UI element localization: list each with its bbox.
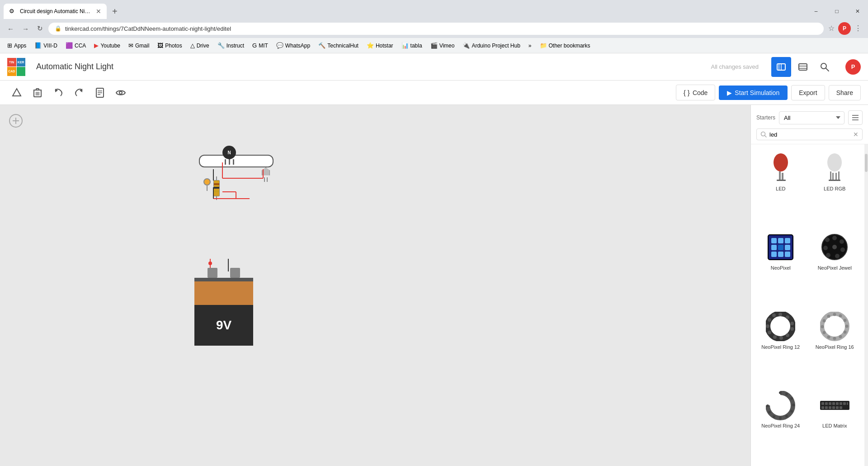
redo-button[interactable] [70, 83, 89, 102]
battery-component[interactable]: 9V [194, 268, 253, 346]
schematic-view-button[interactable] [793, 57, 813, 77]
browser-tab[interactable]: ⚙ Circuit design Automatic Night L ✕ [4, 4, 107, 19]
led-lead-anode [264, 177, 265, 182]
inspector-button[interactable] [815, 57, 835, 77]
transistor-component[interactable]: N [222, 146, 236, 165]
neopixel-ring-16-img [819, 311, 850, 342]
bookmark-hotstar[interactable]: ⭐ Hotstar [363, 41, 397, 50]
lead-2 [229, 159, 230, 165]
led-svg [769, 152, 792, 184]
schematic-view-icon [798, 62, 808, 72]
bookmark-instruct[interactable]: 🔧 Instruct [214, 41, 248, 50]
bookmark-drive[interactable]: △ Drive [187, 41, 213, 50]
simulation-label: Start Simulation [735, 89, 779, 96]
led-in-circuit[interactable] [262, 167, 270, 182]
crosshair-control[interactable] [9, 114, 23, 128]
svg-point-83 [839, 314, 842, 318]
new-tab-button[interactable]: + [108, 6, 121, 17]
url-bar[interactable]: 🔒 tinkercad.com/things/7CatDdNNeem-autom… [48, 23, 824, 35]
component-led[interactable]: LED [755, 148, 807, 225]
eye-icon [116, 89, 126, 96]
export-button[interactable]: Export [791, 85, 825, 100]
component-neopixel-ring-12[interactable]: NeoPixel Ring 12 [755, 306, 807, 384]
resistor-component[interactable] [213, 176, 220, 200]
bookmark-tabla-label: tabla [410, 43, 422, 49]
svg-point-78 [766, 324, 769, 328]
svg-rect-106 [825, 402, 828, 405]
svg-rect-49 [829, 180, 840, 181]
resistor-band-1 [214, 183, 219, 185]
bookmark-mit[interactable]: G MIT [249, 41, 272, 50]
share-button[interactable]: Share [829, 85, 861, 100]
canvas-area[interactable]: 9V N [0, 105, 750, 466]
neopixel-jewel-component-label: NeoPixel Jewel [818, 265, 852, 271]
component-neopixel-jewel[interactable]: NeoPixel Jewel [809, 227, 861, 304]
lead-3 [233, 159, 234, 165]
bookmark-star-icon[interactable]: ☆ [826, 22, 836, 35]
bookmark-cca[interactable]: 🟪 CCA [62, 41, 90, 50]
svg-rect-116 [832, 406, 835, 409]
bookmark-gmail-label: Gmail [135, 43, 149, 49]
bookmark-technicalhut[interactable]: 🔨 TechnicalHut [315, 41, 362, 50]
svg-rect-43 [777, 180, 786, 181]
svg-rect-112 [847, 402, 848, 405]
bookmark-instruct-label: Instruct [226, 43, 244, 49]
led-matrix-svg [820, 399, 849, 412]
components-sidebar: › Starters All [750, 105, 868, 466]
bookmark-tabla[interactable]: 📊 tabla [398, 41, 426, 50]
battery-terminal-pos [230, 268, 240, 278]
bookmark-gmail[interactable]: ✉ Gmail [125, 41, 153, 50]
svg-point-79 [768, 318, 771, 322]
maximize-button[interactable]: □ [826, 4, 847, 19]
circuit-view-button[interactable] [771, 57, 791, 77]
bookmark-apps[interactable]: ⊞ Apps [4, 41, 30, 50]
bookmark-arduino[interactable]: 🔌 Arduino Project Hub [459, 41, 524, 50]
starters-select[interactable]: All [779, 111, 844, 124]
minimize-button[interactable]: – [806, 4, 826, 19]
code-button[interactable]: { } Code [676, 85, 716, 100]
neopixel-svg [766, 233, 795, 262]
back-button[interactable]: ← [5, 23, 17, 34]
start-simulation-button[interactable]: ▶ Start Simulation [719, 86, 788, 100]
svg-point-34 [208, 262, 212, 265]
bookmark-photos[interactable]: 🖼 Photos [154, 41, 185, 50]
bookmark-more[interactable]: » [525, 41, 535, 50]
search-clear-button[interactable]: ✕ [853, 131, 859, 138]
search-input[interactable] [769, 131, 850, 138]
svg-point-63 [840, 239, 844, 244]
trash-button[interactable] [28, 83, 47, 102]
close-button[interactable]: ✕ [847, 4, 868, 19]
component-neopixel-ring-16[interactable]: NeoPixel Ring 16 [809, 306, 861, 384]
notes-button[interactable] [90, 83, 109, 102]
component-neopixel[interactable]: NeoPixel [755, 227, 807, 304]
component-led-rgb[interactable]: LED RGB [809, 148, 861, 225]
sidebar-toggle-button[interactable]: › [750, 276, 751, 295]
shapes-button[interactable] [7, 83, 26, 102]
component-led-matrix[interactable]: LED Matrix [809, 385, 861, 462]
svg-point-62 [832, 236, 837, 240]
eye-button[interactable] [111, 83, 130, 102]
bookmark-other[interactable]: 📁 Other bookmarks [536, 41, 594, 50]
svg-point-87 [839, 335, 842, 338]
circuit-board[interactable]: N [199, 155, 274, 167]
undo-button[interactable] [49, 83, 68, 102]
bookmark-viii-d[interactable]: 📘 VIII-D [31, 41, 61, 50]
bookmark-youtube[interactable]: ▶ Youtube [90, 41, 124, 50]
sidebar-scrollbar[interactable] [864, 144, 868, 466]
forward-button[interactable]: → [19, 23, 32, 34]
bookmark-technicalhut-label: TechnicalHut [327, 43, 359, 49]
tab-close-button[interactable]: ✕ [96, 8, 101, 15]
ldr-component[interactable] [203, 178, 211, 191]
bookmark-vimeo[interactable]: 🎬 Vimeo [427, 41, 458, 50]
svg-marker-8 [13, 89, 21, 96]
component-neopixel-ring-24[interactable]: NeoPixel Ring 24 [755, 385, 807, 462]
list-view-button[interactable] [848, 110, 863, 125]
profile-icon[interactable]: P [838, 22, 851, 35]
bookmark-whatsapp[interactable]: 💬 WhatsApp [273, 41, 314, 50]
svg-rect-48 [838, 171, 840, 181]
refresh-button[interactable]: ↻ [34, 23, 46, 34]
extension-icon[interactable]: ⋮ [853, 22, 863, 35]
scrollbar-thumb[interactable] [865, 154, 868, 172]
svg-point-81 [822, 314, 847, 339]
profile-button[interactable]: P [845, 59, 861, 75]
